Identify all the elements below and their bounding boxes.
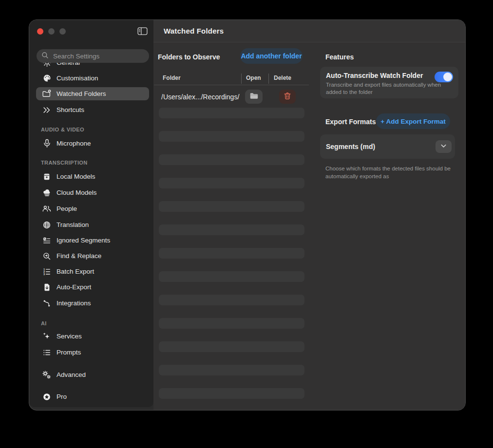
search-input[interactable]: [52, 52, 137, 60]
numbered-list-icon: 123: [42, 267, 52, 277]
settings-window: General Customisation Watched Folders Sh…: [29, 19, 466, 411]
sidebar-item-find-replace[interactable]: Find & Replace: [36, 249, 149, 262]
sparkle-icon: [42, 332, 52, 341]
sidebar-toggle-icon: [137, 27, 148, 37]
sidebar-item-customisation[interactable]: Customisation: [36, 72, 149, 85]
zoom-button[interactable]: [59, 28, 66, 35]
document-export-icon: [42, 282, 52, 292]
empty-row: [159, 388, 304, 399]
sidebar-item-translation[interactable]: Translation: [36, 218, 149, 231]
empty-row: [159, 224, 304, 235]
search-icon: [41, 52, 49, 61]
integrations-icon: [42, 299, 52, 308]
column-divider: [241, 74, 242, 84]
selected-format-label: Segments (md): [326, 134, 375, 159]
ignored-segments-icon: [42, 236, 52, 245]
sidebar-item-people[interactable]: People: [36, 202, 149, 215]
page-title: Watched Folders: [164, 20, 224, 42]
local-models-icon: [42, 172, 52, 182]
features-heading: Features: [325, 53, 354, 61]
main-content: Watched Folders Folders to Observe Add a…: [153, 20, 465, 410]
column-header-delete: Delete: [274, 75, 291, 81]
export-format-card: Segments (md): [320, 134, 455, 159]
sidebar-item-prompts[interactable]: Prompts: [36, 346, 149, 359]
export-formats-heading: Export Formats: [325, 118, 376, 126]
gears-icon: [42, 370, 52, 380]
export-formats-description: Choose which formats the detected files …: [325, 165, 466, 180]
svg-text:3: 3: [43, 272, 45, 275]
add-export-format-button[interactable]: + Add Export Format: [376, 113, 450, 129]
empty-row: [159, 248, 304, 259]
sidebar-item-microphone[interactable]: Microphone: [36, 137, 149, 150]
minimize-button[interactable]: [48, 28, 55, 35]
sidebar-item-advanced[interactable]: Advanced: [36, 368, 149, 381]
sidebar-item-pro[interactable]: Pro: [36, 390, 149, 403]
table-header-divider: [154, 85, 309, 85]
people-icon: [42, 204, 52, 214]
search-replace-icon: [42, 251, 52, 261]
auto-transcribe-description: Transcribe and export files automaticall…: [326, 81, 442, 96]
watched-folder-icon: [42, 89, 52, 99]
auto-transcribe-title: Auto-Transcribe Watch Folder: [326, 72, 423, 79]
empty-row: [159, 201, 304, 212]
chevron-down-icon: [440, 142, 447, 151]
folder-path: /Users/alex.../Recordings/: [161, 93, 239, 101]
sidebar-item-batch-export[interactable]: 123 Batch Export: [36, 265, 149, 278]
empty-row: [159, 108, 304, 118]
open-folder-button[interactable]: [245, 90, 263, 104]
empty-row: [159, 318, 304, 329]
star-badge-icon: [42, 392, 52, 402]
add-folder-button[interactable]: Add another folder: [240, 48, 303, 64]
sidebar-section-audio-video: AUDIO & VIDEO: [41, 127, 84, 132]
list-icon: [42, 348, 52, 357]
sidebar-item-watched-folders[interactable]: Watched Folders: [36, 87, 149, 100]
globe-icon: [42, 220, 52, 230]
chevrons-icon: [42, 105, 52, 115]
sidebar-section-transcription: TRANSCRIPTION: [41, 160, 88, 166]
empty-row: [159, 365, 304, 375]
folder-icon: [249, 91, 259, 103]
empty-row: [159, 341, 304, 352]
empty-row: [159, 295, 304, 305]
empty-row: [159, 271, 304, 282]
sidebar-section-ai: AI: [41, 320, 47, 326]
search-field: [37, 49, 149, 63]
microphone-icon: [42, 139, 52, 149]
delete-folder-button[interactable]: [279, 90, 296, 104]
cloud-icon: [42, 188, 52, 198]
sidebar: General Customisation Watched Folders Sh…: [29, 20, 153, 407]
sidebar-item-shortcuts[interactable]: Shortcuts: [36, 103, 149, 116]
sidebar-toggle-button[interactable]: [136, 27, 149, 37]
palette-icon: [42, 74, 52, 83]
sidebar-item-services[interactable]: Services: [36, 330, 149, 343]
sidebar-item-ignored-segments[interactable]: Ignored Segments: [36, 234, 149, 247]
auto-transcribe-toggle[interactable]: [435, 72, 453, 82]
titlebar: Watched Folders: [153, 20, 465, 42]
sidebar-item-local-models[interactable]: Local Models: [36, 170, 149, 183]
empty-row: [159, 178, 304, 188]
column-divider: [268, 74, 269, 84]
trash-icon: [283, 92, 292, 102]
sidebar-item-auto-export[interactable]: Auto-Export: [36, 280, 149, 294]
empty-row: [159, 131, 304, 142]
empty-row: [159, 154, 304, 165]
auto-transcribe-card: Auto-Transcribe Watch Folder Transcribe …: [320, 67, 458, 98]
sidebar-item-integrations[interactable]: Integrations: [36, 297, 149, 310]
close-button[interactable]: [37, 28, 43, 35]
column-header-open: Open: [246, 75, 261, 81]
sidebar-item-cloud-models[interactable]: Cloud Models: [36, 186, 149, 199]
empty-rows: [159, 108, 304, 411]
format-dropdown-button[interactable]: [436, 140, 452, 153]
toggle-knob: [443, 73, 452, 81]
folders-to-observe-heading: Folders to Observe: [158, 53, 220, 61]
column-header-folder: Folder: [163, 75, 181, 81]
